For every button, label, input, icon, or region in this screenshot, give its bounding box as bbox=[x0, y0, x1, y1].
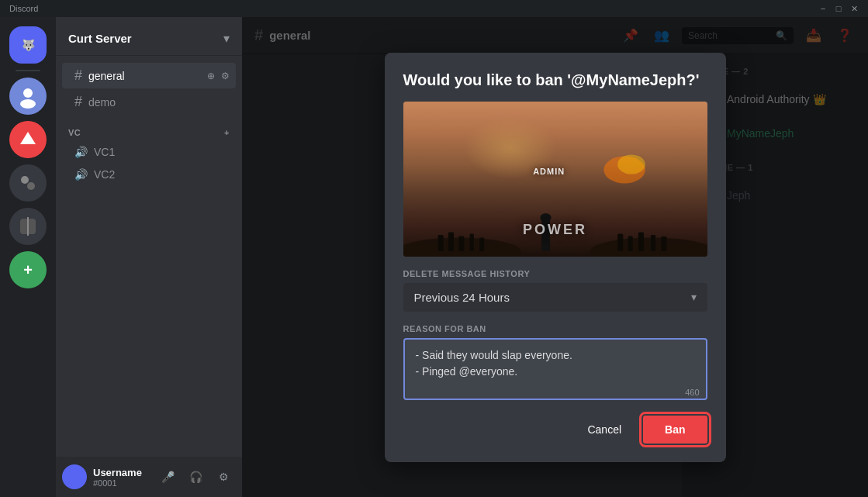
hash-icon-2: # bbox=[74, 94, 82, 110]
chevron-down-icon: ▾ bbox=[223, 31, 230, 46]
channel-item-vc1[interactable]: 🔊 VC1 bbox=[62, 141, 236, 163]
hash-icon: # bbox=[74, 67, 82, 84]
svg-rect-12 bbox=[479, 237, 484, 251]
channel-name-vc1: VC1 bbox=[94, 146, 115, 158]
minimize-button[interactable]: − bbox=[818, 4, 828, 13]
server-name-header[interactable]: Curt Server ▾ bbox=[56, 17, 242, 56]
svg-rect-15 bbox=[617, 233, 623, 250]
ban-button[interactable]: Ban bbox=[643, 416, 707, 444]
ban-modal: Would you like to ban '@MyNameJeph?' bbox=[385, 53, 726, 462]
close-button[interactable]: ✕ bbox=[849, 4, 859, 13]
invite-icon: ⊕ bbox=[207, 71, 215, 81]
char-count: 460 bbox=[685, 388, 699, 397]
battlefield-svg bbox=[403, 148, 707, 257]
svg-rect-17 bbox=[638, 232, 643, 251]
cancel-button[interactable]: Cancel bbox=[575, 417, 634, 442]
delete-message-dropdown[interactable]: Previous 24 Hours ▾ bbox=[403, 283, 707, 312]
delete-message-value: Previous 24 Hours bbox=[414, 291, 510, 304]
delete-message-label: DELETE MESSAGE HISTORY bbox=[403, 269, 707, 278]
speaker-icon-vc1: 🔊 bbox=[74, 146, 88, 158]
server-divider bbox=[16, 70, 40, 71]
delete-message-section: DELETE MESSAGE HISTORY Previous 24 Hours… bbox=[403, 269, 707, 312]
svg-rect-9 bbox=[448, 232, 453, 251]
server-icon-wolf[interactable]: 🐺 bbox=[9, 26, 47, 64]
server-list: 🐺 + bbox=[0, 17, 56, 497]
mute-button[interactable]: 🎤 bbox=[155, 464, 180, 489]
user-controls: 🎤 🎧 ⚙ bbox=[155, 464, 236, 489]
reason-label: REASON FOR BAN bbox=[403, 324, 707, 333]
channel-item-demo[interactable]: # demo bbox=[62, 89, 236, 115]
svg-rect-8 bbox=[437, 235, 443, 251]
settings-icon: ⚙ bbox=[221, 71, 230, 81]
category-vc[interactable]: VC + bbox=[56, 116, 242, 140]
reason-for-ban-section: REASON FOR BAN - Said they would slap ev… bbox=[403, 324, 707, 403]
server-icon-5[interactable]: + bbox=[9, 251, 47, 288]
channel-list: Curt Server ▾ # general ⊕ ⚙ # demo VC + … bbox=[56, 17, 242, 497]
server-icon-4[interactable] bbox=[9, 208, 47, 245]
channel-item-vc2[interactable]: 🔊 VC2 bbox=[62, 164, 236, 185]
add-channel-icon[interactable]: + bbox=[224, 128, 230, 137]
server-icon-3[interactable] bbox=[9, 164, 47, 202]
category-label-vc: VC bbox=[68, 128, 81, 137]
user-avatar bbox=[62, 464, 87, 489]
user-info: Username #0001 bbox=[93, 467, 149, 488]
modal-image-inner: ADMIN POWER bbox=[403, 102, 707, 257]
modal-image: ADMIN POWER bbox=[403, 102, 707, 257]
reason-textarea-wrapper: - Said they would slap everyone. - Pinge… bbox=[403, 338, 707, 403]
main-content: # general 📌 👥 Search 🔍 📥 ❓ ONLINE — 2 bbox=[242, 17, 868, 497]
server-name: Curt Server bbox=[68, 32, 132, 45]
svg-point-21 bbox=[617, 154, 645, 174]
channel-name-vc2: VC2 bbox=[94, 168, 115, 181]
server-icon-1[interactable] bbox=[9, 78, 47, 115]
svg-point-2 bbox=[21, 176, 29, 184]
user-display-name: Username bbox=[93, 467, 149, 478]
svg-rect-18 bbox=[650, 235, 655, 251]
modal-title: Would you like to ban '@MyNameJeph?' bbox=[403, 71, 707, 89]
channel-item-general[interactable]: # general ⊕ ⚙ bbox=[62, 63, 236, 88]
modal-buttons: Cancel Ban bbox=[403, 416, 707, 444]
settings-button[interactable]: ⚙ bbox=[211, 464, 236, 489]
speaker-icon-vc2: 🔊 bbox=[74, 168, 88, 181]
title-bar: Discord − □ ✕ bbox=[0, 0, 868, 17]
user-tag: #0001 bbox=[93, 478, 149, 488]
svg-point-3 bbox=[27, 182, 35, 190]
svg-point-0 bbox=[23, 88, 33, 98]
svg-point-1 bbox=[20, 99, 36, 109]
window-controls: − □ ✕ bbox=[818, 4, 859, 13]
channel-name-general: general bbox=[88, 70, 125, 82]
svg-rect-16 bbox=[628, 236, 632, 251]
svg-rect-11 bbox=[469, 233, 473, 250]
channel-list-content: # general ⊕ ⚙ # demo VC + 🔊 VC1 🔊 VC2 bbox=[56, 56, 242, 457]
svg-rect-19 bbox=[661, 236, 666, 251]
svg-point-14 bbox=[540, 213, 551, 222]
power-text: POWER bbox=[523, 222, 587, 238]
admin-text: ADMIN bbox=[533, 167, 565, 176]
deafen-button[interactable]: 🎧 bbox=[183, 464, 208, 489]
channel-name-demo: demo bbox=[88, 96, 116, 109]
server-icon-2[interactable] bbox=[9, 121, 47, 158]
svg-rect-10 bbox=[458, 236, 464, 251]
reason-textarea[interactable]: - Said they would slap everyone. - Pinge… bbox=[403, 338, 707, 400]
maximize-button[interactable]: □ bbox=[834, 4, 843, 13]
user-area: Username #0001 🎤 🎧 ⚙ bbox=[56, 457, 242, 497]
app-title: Discord bbox=[9, 4, 38, 13]
modal-overlay: Would you like to ban '@MyNameJeph?' bbox=[242, 17, 868, 497]
dropdown-chevron-icon: ▾ bbox=[691, 291, 697, 303]
svg-point-7 bbox=[590, 237, 707, 257]
